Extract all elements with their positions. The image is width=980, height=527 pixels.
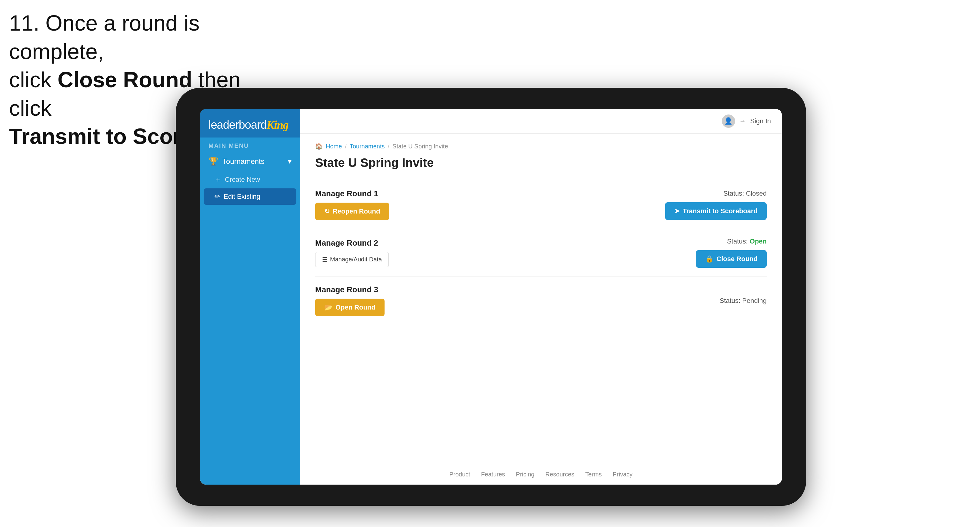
create-new-label: Create New	[225, 176, 260, 184]
open-round-button[interactable]: 📂 Open Round	[315, 298, 385, 316]
breadcrumb-sep1: /	[345, 143, 347, 150]
round-1-status-value: Closed	[746, 190, 767, 197]
breadcrumb-home[interactable]: Home	[326, 143, 342, 150]
footer-pricing[interactable]: Pricing	[516, 471, 535, 478]
close-round-button[interactable]: 🔒 Close Round	[696, 250, 767, 268]
tournaments-label: Tournaments	[223, 157, 264, 166]
round-1-title: Manage Round 1	[315, 189, 389, 198]
app-layout: leaderboardKing MAIN MENU 🏆 Tournaments …	[200, 109, 782, 484]
round-2-section: Manage Round 2 ☰ Manage/Audit Data Statu…	[315, 229, 767, 276]
footer-privacy[interactable]: Privacy	[613, 471, 633, 478]
footer-features[interactable]: Features	[481, 471, 505, 478]
instruction-line1: 11. Once a round is complete,	[9, 9, 282, 66]
round-1-section: Manage Round 1 ↻ Reopen Round Status: Cl…	[315, 181, 767, 229]
round-2-status: Status: Open	[727, 237, 767, 245]
edit-existing-label: Edit Existing	[224, 193, 260, 200]
sign-in-area[interactable]: 👤 → Sign In	[722, 114, 771, 128]
manage-audit-data-button[interactable]: ☰ Manage/Audit Data	[315, 252, 389, 267]
edit-icon: ✏	[215, 193, 220, 200]
sidebar: leaderboardKing MAIN MENU 🏆 Tournaments …	[200, 109, 300, 484]
plus-icon: ＋	[215, 175, 221, 184]
round-1-status: Status: Closed	[723, 190, 767, 197]
refresh-icon: ↻	[324, 208, 330, 215]
footer-terms[interactable]: Terms	[585, 471, 601, 478]
sidebar-item-tournaments[interactable]: 🏆 Tournaments ▾	[200, 152, 300, 171]
sign-in-label: Sign In	[750, 117, 771, 125]
sidebar-item-edit-existing[interactable]: ✏ Edit Existing	[204, 188, 296, 205]
round-2-title: Manage Round 2	[315, 238, 389, 248]
sign-in-arrow: →	[740, 117, 746, 125]
logo: leaderboardKing	[208, 118, 291, 132]
page-body: 🏠 Home / Tournaments / State U Spring In…	[300, 133, 782, 464]
round-2-status-value: Open	[750, 237, 767, 245]
breadcrumb-sep2: /	[388, 143, 390, 150]
page-title: State U Spring Invite	[315, 156, 767, 170]
main-content: 👤 → Sign In 🏠 Home / Tournaments / State	[300, 109, 782, 484]
round-3-section: Manage Round 3 📂 Open Round Status: Pend…	[315, 276, 767, 325]
sidebar-item-create-new[interactable]: ＋ Create New	[200, 171, 300, 188]
app-header: 👤 → Sign In	[300, 109, 782, 133]
footer-resources[interactable]: Resources	[546, 471, 574, 478]
main-menu-label: MAIN MENU	[200, 138, 300, 152]
page-footer: Product Features Pricing Resources Terms…	[300, 464, 782, 484]
reopen-round-button[interactable]: ↻ Reopen Round	[315, 203, 389, 220]
table-icon: ☰	[322, 256, 328, 263]
tablet-frame: leaderboardKing MAIN MENU 🏆 Tournaments …	[176, 88, 806, 506]
round-3-status: Status: Pending	[720, 297, 767, 305]
chevron-icon: ▾	[288, 157, 291, 166]
home-icon: 🏠	[315, 143, 323, 150]
trophy-icon: 🏆	[208, 157, 218, 166]
sidebar-logo: leaderboardKing	[200, 109, 300, 138]
breadcrumb-tournaments[interactable]: Tournaments	[350, 143, 385, 150]
user-avatar: 👤	[722, 114, 735, 128]
breadcrumb-current: State U Spring Invite	[393, 143, 448, 150]
lock-icon: 🔒	[705, 255, 713, 263]
transmit-to-scoreboard-button[interactable]: ➤ Transmit to Scoreboard	[665, 202, 767, 220]
folder-icon: 📂	[324, 303, 332, 311]
footer-product[interactable]: Product	[449, 471, 470, 478]
tablet-screen: leaderboardKing MAIN MENU 🏆 Tournaments …	[200, 109, 782, 484]
round-3-status-value: Pending	[742, 297, 767, 305]
breadcrumb: 🏠 Home / Tournaments / State U Spring In…	[315, 143, 767, 150]
send-icon: ➤	[674, 207, 680, 215]
round-3-title: Manage Round 3	[315, 285, 385, 294]
